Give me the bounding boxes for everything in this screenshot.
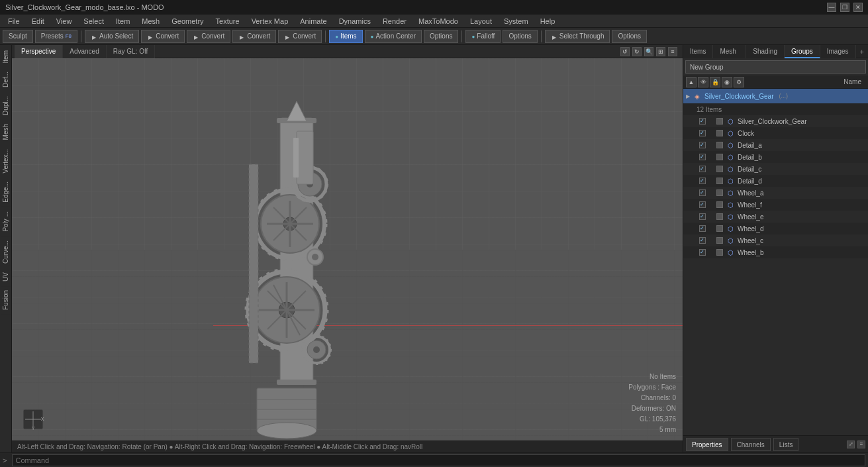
render-checkbox-5[interactable]: [716, 178, 723, 184]
convert-button-4[interactable]: Convert: [278, 30, 322, 43]
render-checkbox-8[interactable]: [716, 213, 723, 220]
tree-collapse-button[interactable]: ▲: [686, 77, 697, 87]
render-checkbox-4[interactable]: [716, 166, 723, 172]
tree-lock-button[interactable]: 🔒: [710, 77, 720, 87]
sidebar-item-fusion[interactable]: Fusion: [1, 286, 11, 314]
render-checkbox-7[interactable]: [716, 201, 723, 208]
vis-checkbox-6[interactable]: [699, 189, 706, 196]
lists-tab-button[interactable]: Lists: [773, 438, 799, 451]
tab-raygl[interactable]: Ray GL: Off: [107, 45, 156, 58]
action-center-button[interactable]: Action Center: [365, 30, 422, 43]
render-checkbox-1[interactable]: [716, 130, 723, 136]
render-checkbox-10[interactable]: [716, 237, 723, 244]
select-through-button[interactable]: Select Through: [545, 30, 610, 43]
menu-item-render[interactable]: Render: [377, 15, 412, 28]
vis-checkbox-8[interactable]: [699, 213, 706, 220]
tab-images[interactable]: Images: [820, 45, 856, 58]
sidebar-item-dup[interactable]: Dupl...: [1, 92, 11, 119]
tree-eye-button[interactable]: 👁: [698, 77, 708, 87]
sidebar-item-vertex[interactable]: Vertex...: [1, 145, 11, 178]
tree-root-item[interactable]: ▶ Silver_Clockwork_Gear (...): [683, 89, 868, 103]
fit-icon[interactable]: ⊞: [656, 47, 665, 56]
falloff-button[interactable]: Falloff: [465, 30, 501, 43]
add-tab-button[interactable]: +: [856, 48, 868, 56]
tab-advanced[interactable]: Advanced: [63, 45, 106, 58]
tree-item-silver-clockwork[interactable]: Silver_Clockwork_Gear: [683, 115, 868, 127]
vis-checkbox-1[interactable]: [699, 130, 706, 136]
vis-checkbox-10[interactable]: [699, 237, 706, 244]
sidebar-item-mesh[interactable]: Mesh: [1, 120, 11, 144]
sidebar-item-poly[interactable]: Poly ...: [1, 207, 11, 236]
channels-tab-button[interactable]: Channels: [731, 438, 771, 451]
items-button[interactable]: Items: [329, 30, 362, 43]
presets-button[interactable]: Presets F8: [35, 30, 77, 43]
tree-item-wheel-b[interactable]: Wheel_b: [683, 246, 868, 258]
menu-item-vertex map[interactable]: Vertex Map: [246, 15, 294, 28]
tree-item-detail-d[interactable]: Detail_d: [683, 175, 868, 187]
vis-checkbox-5[interactable]: [699, 178, 706, 184]
tree-item-clock[interactable]: Clock: [683, 127, 868, 139]
tab-mesh[interactable]: Mesh ...: [713, 45, 746, 58]
render-checkbox-0[interactable]: [716, 118, 723, 125]
menu-item-dynamics[interactable]: Dynamics: [334, 15, 376, 28]
menu-item-view[interactable]: View: [51, 15, 77, 28]
auto-select-button[interactable]: Auto Select: [85, 30, 139, 43]
menu-item-item[interactable]: Item: [111, 15, 135, 28]
render-checkbox-11[interactable]: [716, 249, 723, 256]
command-input[interactable]: [12, 454, 865, 466]
render-checkbox-6[interactable]: [716, 189, 723, 196]
new-group-button[interactable]: New Group: [685, 60, 866, 74]
menu-item-edit[interactable]: Edit: [26, 15, 50, 28]
tab-items[interactable]: Items: [683, 45, 713, 58]
tree-item-wheel-e[interactable]: Wheel_e: [683, 211, 868, 223]
rotate-icon[interactable]: ↺: [620, 47, 630, 56]
tree-item-wheel-d[interactable]: Wheel_d: [683, 223, 868, 234]
maximize-button[interactable]: ❐: [840, 3, 849, 12]
menu-item-mesh[interactable]: Mesh: [136, 15, 165, 28]
menu-item-file[interactable]: File: [3, 15, 25, 28]
tree-render-button[interactable]: ◉: [722, 77, 732, 87]
window-controls[interactable]: — ❐ ✕: [827, 3, 863, 12]
vis-checkbox-4[interactable]: [699, 166, 706, 172]
options-button-2[interactable]: Options: [503, 30, 537, 43]
close-button[interactable]: ✕: [853, 3, 863, 12]
menu-item-select[interactable]: Select: [78, 15, 109, 28]
tab-perspective[interactable]: Perspective: [15, 45, 63, 58]
menu-item-maxtomodo[interactable]: MaxToModo: [413, 15, 463, 28]
sidebar-item-uv[interactable]: UV: [1, 268, 11, 285]
menu-item-geometry[interactable]: Geometry: [166, 15, 209, 28]
vis-checkbox-9[interactable]: [699, 225, 706, 232]
tree-item-detail-b[interactable]: Detail_b: [683, 151, 868, 163]
tree-item-wheel-c[interactable]: Wheel_c: [683, 234, 868, 246]
tree-item-wheel-a[interactable]: Wheel_a: [683, 187, 868, 199]
sidebar-item-edge[interactable]: Edge...: [1, 178, 11, 207]
menu-item-help[interactable]: Help: [535, 15, 561, 28]
sidebar-item-item[interactable]: Item: [1, 46, 11, 67]
properties-tab-button[interactable]: Properties: [686, 438, 728, 451]
vis-checkbox-0[interactable]: [699, 118, 706, 125]
viewport-3d[interactable]: No Items Polygons : Face Channels: 0 Def…: [12, 58, 683, 441]
minimize-button[interactable]: —: [827, 3, 836, 12]
tree-item-wheel-f[interactable]: Wheel_f: [683, 199, 868, 211]
render-checkbox-2[interactable]: [716, 142, 723, 148]
tree-view[interactable]: ▶ Silver_Clockwork_Gear (...) 12 Items S…: [683, 89, 868, 435]
menu-item-animate[interactable]: Animate: [295, 15, 332, 28]
sculpt-button[interactable]: Sculpt: [3, 30, 33, 43]
sidebar-item-curve[interactable]: Curve...: [1, 236, 11, 268]
render-checkbox-3[interactable]: [716, 154, 723, 160]
convert-button-3[interactable]: Convert: [232, 30, 276, 43]
tree-item-detail-c[interactable]: Detail_c: [683, 163, 868, 175]
vis-checkbox-11[interactable]: [699, 249, 706, 256]
vis-checkbox-3[interactable]: [699, 154, 706, 160]
vis-checkbox-2[interactable]: [699, 142, 706, 148]
convert-button-1[interactable]: Convert: [141, 30, 185, 43]
search-icon[interactable]: 🔍: [644, 47, 653, 56]
menu-item-system[interactable]: System: [499, 15, 534, 28]
vis-checkbox-7[interactable]: [699, 201, 706, 208]
render-checkbox-9[interactable]: [716, 225, 723, 232]
refresh-icon[interactable]: ↻: [632, 47, 642, 56]
tree-settings-button[interactable]: ⚙: [734, 77, 744, 87]
options-button-3[interactable]: Options: [612, 30, 646, 43]
tab-shading[interactable]: Shading: [746, 45, 785, 58]
tab-groups[interactable]: Groups: [785, 45, 820, 58]
